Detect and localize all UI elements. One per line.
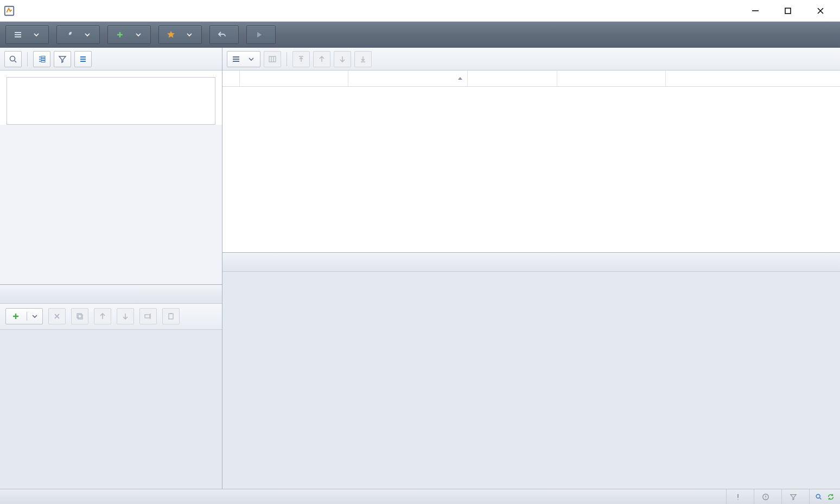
warning-icon [734,493,742,501]
left-column [0,48,222,489]
delete-action-button[interactable] [48,308,66,324]
svg-rect-10 [169,314,173,319]
svg-rect-6 [41,60,45,62]
window-controls [739,2,837,20]
plus-icon [11,312,20,321]
right-column [222,48,840,489]
svg-rect-13 [233,59,239,60]
conflict-icon [762,493,769,501]
status-conflicts[interactable] [754,489,781,504]
action-settings-header [222,252,840,272]
svg-rect-7 [77,314,81,318]
chevron-down-icon [83,30,92,39]
list-mode-button[interactable] [227,51,260,67]
separator [27,52,28,66]
titlebar [0,0,840,22]
columns-button[interactable] [264,51,281,67]
svg-point-17 [816,494,820,498]
copy-action-button[interactable] [71,308,88,324]
paste-action-button[interactable] [162,308,180,324]
svg-rect-8 [78,315,82,319]
svg-rect-14 [233,61,239,62]
move-down-button[interactable] [117,308,134,324]
maximize-button[interactable] [772,2,804,20]
status-warnings[interactable] [726,489,754,504]
svg-rect-15 [269,56,276,62]
undo-icon [218,30,226,39]
status-excluded[interactable] [781,489,809,504]
refresh-icon [827,493,835,501]
restore-button[interactable] [209,25,239,44]
tools-button[interactable] [56,25,100,44]
chevron-down-icon [32,30,41,39]
list-toolbar [222,48,840,71]
minimize-button[interactable] [739,2,772,20]
tree-button[interactable] [33,51,50,67]
action-settings-section [222,252,840,489]
actions-list[interactable] [0,330,222,489]
file-grid[interactable] [222,87,840,252]
grid-header-row [222,71,840,87]
svg-rect-4 [41,56,45,58]
column-new-path[interactable] [557,71,666,86]
actions-toolbar [0,304,222,330]
action-settings-body [222,272,840,489]
profiles-button[interactable] [158,25,202,44]
column-new-name[interactable] [348,71,468,86]
status-refresh[interactable] [809,489,840,504]
separator [287,52,287,66]
column-current-path[interactable] [468,71,557,86]
actions-header [0,284,222,304]
move-down-button[interactable] [334,51,351,67]
play-icon [254,30,263,39]
move-up-button[interactable] [94,308,111,324]
plus-icon [116,30,124,39]
svg-rect-5 [41,58,45,60]
app-icon [3,5,15,17]
move-top-button[interactable] [292,51,310,67]
menu-button[interactable] [5,25,49,44]
svg-rect-1 [752,10,759,11]
status-spacer [15,489,726,504]
grid-checkbox-column[interactable] [222,71,240,86]
folder-tree[interactable] [0,125,222,284]
star-icon [167,30,175,39]
search-icon [815,493,823,501]
menubar [0,22,840,48]
add-action-button[interactable] [5,308,43,324]
svg-point-3 [10,56,15,61]
filter-box-wrap [0,71,222,125]
sort-asc-icon [457,76,463,81]
add-button[interactable] [107,25,151,44]
move-bottom-button[interactable] [354,51,372,67]
filter-toolbar [0,48,222,71]
list-icon [232,55,240,63]
chevron-down-icon [185,30,194,39]
wrench-icon [65,30,73,39]
svg-rect-9 [145,315,150,318]
rename-action-button[interactable] [139,308,157,324]
status-profile [0,489,15,504]
apply-button[interactable] [246,25,276,44]
close-button[interactable] [804,2,837,20]
filter-button[interactable] [54,51,71,67]
column-current-name[interactable] [240,71,348,86]
svg-rect-0 [5,6,14,15]
search-button[interactable] [4,51,22,67]
statusbar [0,489,840,504]
svg-rect-2 [785,8,791,14]
list-view-button[interactable] [74,51,92,67]
filter-icon [790,493,797,501]
move-up-button[interactable] [313,51,330,67]
chevron-down-icon [247,55,256,63]
chevron-down-icon [27,312,39,321]
chevron-down-icon [134,30,143,39]
filter-box[interactable] [7,77,215,125]
svg-rect-11 [170,313,172,314]
hamburger-icon [14,30,22,39]
svg-rect-12 [233,56,239,58]
